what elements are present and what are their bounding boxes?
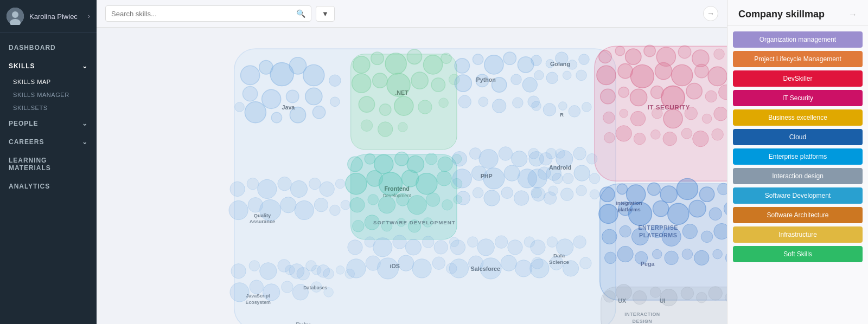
svg-point-296 — [469, 256, 483, 270]
svg-point-126 — [627, 185, 646, 204]
chevron-down-icon: ⌄ — [82, 120, 88, 127]
svg-point-13 — [303, 64, 324, 86]
svg-point-119 — [712, 129, 723, 140]
svg-point-10 — [259, 61, 273, 74]
svg-point-116 — [663, 132, 676, 145]
svg-point-155 — [652, 249, 662, 259]
svg-point-103 — [620, 109, 628, 118]
svg-point-291 — [477, 239, 494, 256]
main-content: 🔍 ▼ → — [97, 0, 727, 324]
search-input[interactable] — [111, 10, 293, 18]
svg-point-229 — [546, 166, 561, 180]
svg-point-150 — [714, 223, 727, 239]
svg-point-112 — [604, 132, 615, 143]
sidebar-item-learning[interactable]: LEARNING MATERIALS — [0, 151, 97, 177]
svg-point-68 — [576, 70, 587, 81]
svg-point-60 — [531, 55, 542, 66]
svg-rect-6 — [595, 46, 727, 181]
svg-point-35 — [431, 78, 445, 92]
sidebar-subitem-skillsets[interactable]: SKILLSETS — [0, 101, 97, 114]
svg-point-29 — [423, 55, 442, 74]
svg-point-27 — [385, 53, 406, 74]
sidebar-subitem-skillsmanager[interactable]: SKILLS MANAGER — [0, 88, 97, 101]
legend-item-enterprise-platforms[interactable]: Enterprise platforms — [733, 148, 863, 165]
svg-point-278 — [405, 239, 421, 255]
filter-button[interactable]: ▼ — [316, 6, 335, 22]
svg-point-209 — [452, 169, 471, 188]
search-box[interactable]: 🔍 — [105, 5, 311, 22]
sidebar-item-analytics[interactable]: ANALYTICS — [0, 177, 97, 196]
sidebar-subitem-skillsmap[interactable]: SKILLS MAP — [0, 75, 97, 88]
svg-point-228 — [528, 169, 547, 188]
svg-text:ENTERPRISE: ENTERPRISE — [638, 224, 678, 231]
svg-point-72 — [569, 106, 580, 117]
svg-point-197 — [381, 221, 392, 232]
svg-point-234 — [548, 186, 558, 196]
svg-point-138 — [668, 203, 689, 224]
svg-point-67 — [563, 71, 571, 80]
legend-item-devskiller[interactable]: DevSkiller — [733, 70, 863, 87]
svg-point-47 — [484, 55, 503, 74]
svg-point-158 — [694, 250, 709, 265]
legend-item-interaction-design[interactable]: Interaction design — [733, 168, 863, 184]
legend-item-it-security[interactable]: IT Security — [733, 90, 863, 106]
legend-item-biz-excellence[interactable]: Business excellence — [733, 109, 863, 126]
svg-point-295 — [449, 259, 468, 278]
forward-arrow-button[interactable]: → — [703, 6, 718, 21]
svg-point-93 — [601, 89, 615, 103]
legend-item-org-mgmt[interactable]: Organization management — [733, 31, 863, 48]
svg-point-276 — [373, 238, 392, 257]
sidebar-item-skills[interactable]: SKILLS ⌄ — [0, 57, 97, 75]
svg-point-260 — [317, 265, 329, 277]
svg-point-168 — [697, 292, 707, 303]
svg-text:Ecosystem: Ecosystem — [246, 300, 271, 305]
svg-text:Databases: Databases — [303, 285, 327, 290]
svg-point-50 — [455, 75, 471, 92]
svg-point-153 — [617, 246, 633, 262]
sidebar-item-careers[interactable]: CAREERS ⌄ — [0, 133, 97, 151]
sidebar-item-dashboard[interactable]: DASHBOARD — [0, 38, 97, 57]
svg-text:Data: Data — [553, 252, 565, 258]
svg-point-131 — [718, 183, 727, 195]
svg-point-205 — [512, 151, 527, 167]
svg-point-282 — [347, 259, 366, 278]
svg-point-94 — [618, 87, 629, 98]
svg-point-87 — [655, 62, 672, 79]
legend-item-soft-skills[interactable]: Soft Skills — [733, 246, 863, 262]
svg-point-300 — [532, 257, 543, 269]
svg-rect-3 — [234, 49, 616, 324]
svg-point-240 — [258, 179, 277, 198]
svg-point-156 — [665, 251, 678, 264]
legend-item-infrastructure[interactable]: Infrastructure — [733, 226, 863, 243]
legend-item-software-arch[interactable]: Software Architecture — [733, 207, 863, 223]
svg-point-284 — [378, 258, 399, 279]
svg-point-84 — [597, 66, 616, 85]
svg-text:UX: UX — [618, 297, 627, 304]
svg-point-174 — [374, 154, 393, 173]
svg-point-242 — [290, 180, 307, 197]
svg-point-305 — [530, 259, 549, 278]
svg-point-308 — [580, 257, 591, 269]
svg-point-169 — [709, 287, 722, 300]
sidebar-item-people[interactable]: PEOPLE ⌄ — [0, 114, 97, 133]
svg-point-189 — [378, 197, 395, 213]
svg-point-214 — [538, 167, 550, 179]
svg-text:IT SECURITY: IT SECURITY — [648, 103, 690, 111]
svg-text:platforms: platforms — [617, 207, 640, 212]
svg-point-217 — [473, 187, 483, 198]
legend-item-software-dev[interactable]: Software Development — [733, 187, 863, 204]
svg-point-188 — [368, 195, 379, 205]
svg-point-235 — [560, 188, 573, 200]
svg-point-20 — [290, 107, 305, 123]
legend-item-proj-lifecycle[interactable]: Project Lifecycle Management — [733, 51, 863, 67]
right-panel: Company skillmap → Organization manageme… — [727, 0, 868, 324]
skillmap-canvas[interactable]: Java .NET Python Golang R Frontend Devel… — [97, 28, 727, 324]
svg-point-107 — [685, 107, 697, 120]
svg-point-233 — [532, 187, 545, 201]
legend-item-cloud[interactable]: Cloud — [733, 129, 863, 145]
svg-point-211 — [483, 168, 505, 189]
svg-point-187 — [350, 198, 365, 212]
user-profile[interactable]: Karolina Piwiec › — [0, 0, 97, 33]
svg-point-270 — [311, 265, 321, 275]
svg-point-62 — [556, 52, 568, 64]
